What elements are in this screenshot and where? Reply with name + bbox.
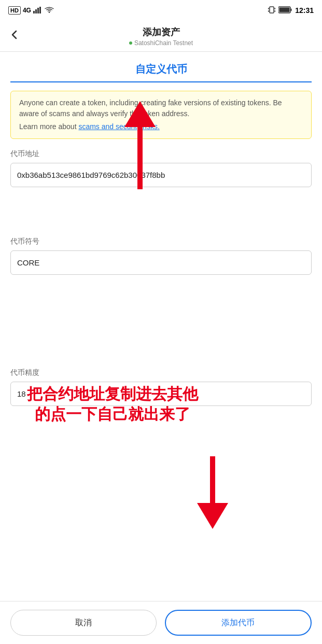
symbol-input[interactable] (10, 250, 312, 275)
hd-indicator: HD (8, 6, 21, 15)
svg-rect-1 (35, 9, 37, 13)
cancel-button[interactable]: 取消 (10, 610, 157, 636)
vibrate-icon (268, 6, 275, 15)
svg-rect-11 (291, 8, 292, 11)
warning-text-top: Anyone can create a token, including cre… (19, 97, 303, 119)
wifi-icon (45, 6, 54, 15)
warning-box: Anyone can create a token, including cre… (10, 91, 312, 139)
svg-rect-9 (275, 10, 276, 12)
battery-icon (278, 6, 292, 15)
address-input[interactable] (10, 163, 312, 187)
section-title: 自定义代币 (10, 52, 312, 82)
arrow-down-icon (192, 456, 233, 529)
warning-link[interactable]: scams and security risks. (78, 122, 159, 131)
svg-rect-6 (268, 8, 269, 9)
svg-rect-7 (268, 10, 269, 12)
arrow-spacer (0, 195, 322, 237)
status-bar: HD 4G (0, 0, 322, 21)
svg-rect-5 (270, 7, 274, 13)
svg-rect-12 (279, 7, 290, 12)
address-label: 代币地址 (10, 149, 312, 159)
status-right: 12:31 (268, 6, 314, 15)
precision-label: 代币精度 (10, 368, 312, 377)
header-subtitle: SatoshiChain Testnet (129, 39, 193, 47)
symbol-label: 代币符号 (10, 237, 312, 246)
svg-marker-16 (197, 503, 228, 529)
back-button[interactable] (8, 29, 21, 44)
time: 12:31 (295, 6, 314, 15)
svg-rect-3 (39, 7, 41, 13)
header-title-block: 添加资产 SatoshiChain Testnet (129, 26, 193, 47)
signal-bars (33, 6, 43, 15)
add-token-button[interactable]: 添加代币 (165, 610, 312, 636)
network-name: SatoshiChain Testnet (134, 39, 193, 47)
svg-rect-0 (33, 11, 35, 13)
warning-learn-prefix: Learn more about (19, 122, 78, 131)
warning-text-bottom: Learn more about scams and security risk… (19, 121, 303, 132)
page-title: 添加资产 (129, 26, 193, 38)
annotation-text: 把合约地址复制进去其他的点一下自己就出来了 (17, 384, 208, 424)
signal-4g: 4G (23, 7, 31, 14)
address-section: 代币地址 (0, 149, 322, 187)
header: 添加资产 SatoshiChain Testnet (0, 21, 322, 52)
svg-point-4 (49, 11, 50, 13)
svg-rect-2 (37, 8, 39, 13)
status-left: HD 4G (8, 6, 54, 15)
network-dot (129, 41, 132, 45)
page-content: 自定义代币 Anyone can create a token, includi… (0, 52, 322, 435)
svg-rect-8 (275, 8, 276, 9)
bottom-buttons: 取消 添加代币 (0, 601, 322, 644)
symbol-section: 代币符号 (0, 237, 322, 275)
